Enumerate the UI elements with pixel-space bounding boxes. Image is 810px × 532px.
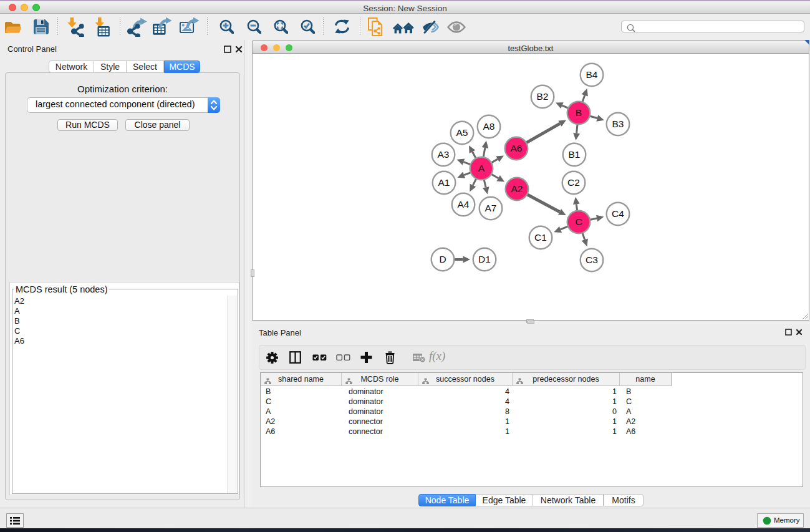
svg-text:A6: A6 <box>511 143 523 153</box>
svg-text:B: B <box>576 107 582 118</box>
svg-text:C3: C3 <box>586 254 598 265</box>
svg-text:A1: A1 <box>438 177 450 188</box>
svg-text:B4: B4 <box>586 69 598 80</box>
svg-text:C4: C4 <box>612 208 624 219</box>
svg-text:A7: A7 <box>485 203 497 213</box>
svg-text:A4: A4 <box>458 199 470 210</box>
svg-text:A3: A3 <box>438 149 450 160</box>
svg-text:A: A <box>478 163 485 173</box>
svg-text:D1: D1 <box>478 254 491 264</box>
svg-text:B1: B1 <box>569 149 581 160</box>
svg-text:A8: A8 <box>483 121 495 132</box>
svg-text:B2: B2 <box>537 91 549 102</box>
svg-text:B3: B3 <box>612 118 624 129</box>
svg-text:A2: A2 <box>511 183 523 194</box>
svg-text:A5: A5 <box>456 127 468 138</box>
svg-text:C: C <box>575 216 582 227</box>
svg-text:C1: C1 <box>534 232 547 243</box>
svg-text:C2: C2 <box>567 177 580 188</box>
svg-text:D: D <box>439 254 446 264</box>
